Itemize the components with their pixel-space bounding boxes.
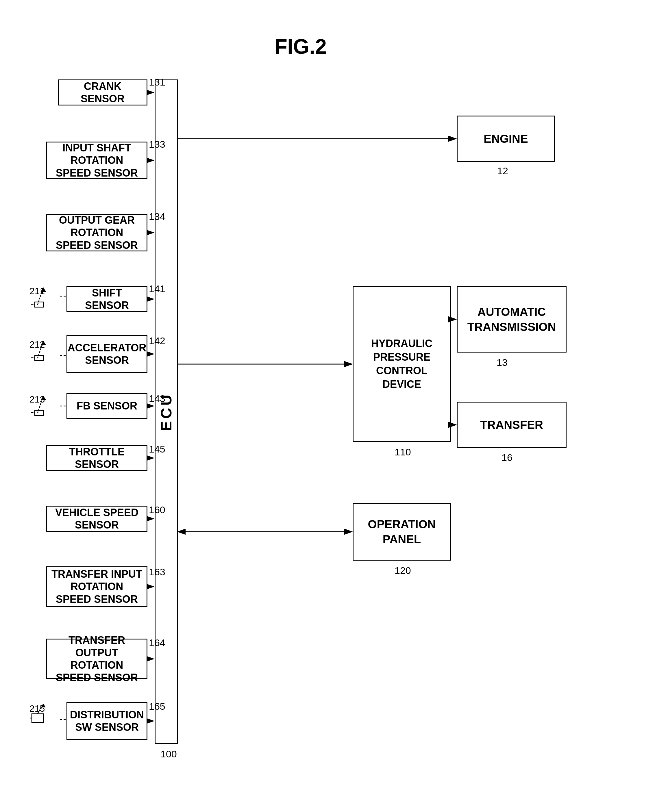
ref-13: 13	[497, 357, 508, 368]
ref-110: 110	[394, 447, 411, 458]
ref-12: 12	[497, 165, 508, 177]
ref-163: 163	[149, 566, 165, 578]
output-gear-sensor-box: OUTPUT GEAR ROTATIONSPEED SENSOR	[46, 214, 147, 252]
shift-sensor-box: SHIFT SENSOR	[67, 286, 147, 312]
svg-rect-12	[32, 714, 43, 722]
svg-rect-10	[35, 410, 43, 415]
input-shaft-sensor-box: INPUT SHAFT ROTATIONSPEED SENSOR	[46, 142, 147, 179]
crank-sensor-box: CRANK SENSOR	[58, 80, 147, 105]
ref-134: 134	[149, 211, 165, 222]
throttle-sensor-box: THROTTLE SENSOR	[46, 445, 147, 471]
automatic-transmission-box: AUTOMATICTRANSMISSION	[457, 286, 566, 353]
ecu-ref: 100	[160, 749, 177, 760]
fb-sensor-box: FB SENSOR	[67, 393, 147, 419]
figure-title: FIG.2	[275, 35, 327, 58]
dist-icon-215: 215	[29, 697, 61, 740]
engine-box: ENGINE	[457, 115, 555, 162]
diagram-container: FIG.2 ECU 100 CRANK SENSOR 131 INPUT SHA…	[29, 35, 636, 786]
ref-145: 145	[149, 444, 165, 455]
transfer-output-sensor-box: TRANSFER OUTPUTROTATION SPEED SENSOR	[46, 639, 147, 679]
ref-142: 142	[149, 335, 165, 347]
ref-133: 133	[149, 139, 165, 150]
ref-160: 160	[149, 504, 165, 515]
vehicle-speed-sensor-box: VEHICLE SPEED SENSOR	[46, 506, 147, 532]
ref-141: 141	[149, 283, 165, 295]
fb-icon-213: 213	[29, 390, 61, 428]
ref-120: 120	[394, 565, 411, 576]
ref-131: 131	[149, 77, 165, 88]
ref-16: 16	[501, 452, 513, 463]
transfer-input-sensor-box: TRANSFER INPUTROTATION SPEED SENSOR	[46, 566, 147, 607]
svg-rect-6	[35, 355, 43, 361]
svg-rect-2	[35, 302, 43, 307]
ref-143: 143	[149, 393, 165, 404]
hydraulic-box: HYDRAULICPRESSURECONTROLDEVICE	[352, 286, 451, 442]
accelerator-sensor-box: ACCELERATORSENSOR	[67, 335, 147, 373]
ref-165: 165	[149, 701, 165, 712]
distribution-sensor-box: DISTRIBUTIONSW SENSOR	[67, 702, 147, 740]
ref-164: 164	[149, 637, 165, 649]
accel-icon-212: 212	[29, 335, 61, 373]
transfer-box: TRANSFER	[457, 402, 566, 448]
shift-icon-211: 211	[29, 282, 61, 320]
operation-panel-box: OPERATIONPANEL	[352, 503, 451, 560]
